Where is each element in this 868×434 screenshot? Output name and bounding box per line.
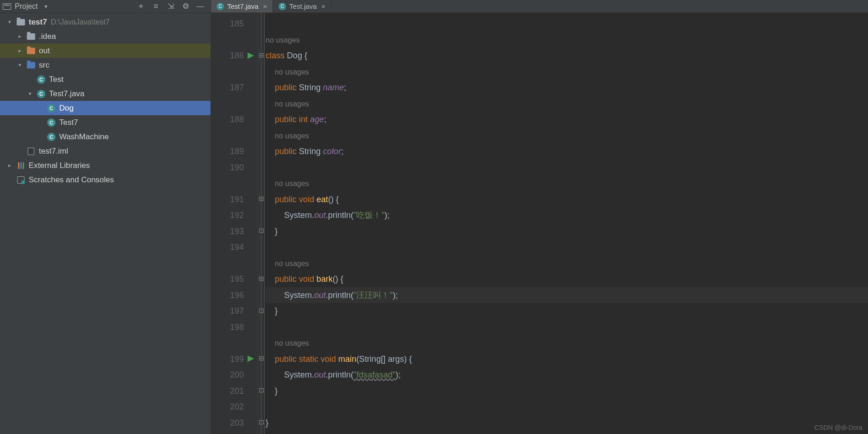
fold-icon[interactable]: ⊡ <box>259 388 264 393</box>
code-line[interactable]: no usages <box>266 128 868 144</box>
tree-arrow-icon[interactable]: ▾ <box>29 91 35 97</box>
tree-row-out[interactable]: ▸out <box>0 43 211 58</box>
fold-icon[interactable]: ⊟ <box>259 356 264 361</box>
usage-hint[interactable]: no usages <box>275 339 309 347</box>
collapse-icon[interactable]: ⇲ <box>166 1 176 12</box>
sidebar-dropdown-icon[interactable]: ▼ <box>43 4 49 9</box>
tree-path: D:\JavaJava\test7 <box>51 18 110 26</box>
code-line[interactable]: public String color; <box>266 143 868 160</box>
code-line[interactable]: } <box>266 303 868 319</box>
tree-label: .idea <box>39 32 56 41</box>
fold-icon[interactable]: ⊡ <box>259 228 264 233</box>
tree-row-external-libraries[interactable]: ▸External Libraries <box>0 158 211 173</box>
code-line[interactable] <box>266 399 868 415</box>
tree-arrow-icon[interactable]: ▾ <box>19 62 25 68</box>
tree-row-test[interactable]: CTest <box>0 72 211 87</box>
usage-hint[interactable]: no usages <box>266 36 300 44</box>
class-icon: C <box>47 118 56 127</box>
tree-label: test7 <box>29 18 47 27</box>
tree-row--idea[interactable]: ▸.idea <box>0 29 211 43</box>
run-gutter-icon[interactable]: ▶ <box>247 355 254 362</box>
tree-row-test7[interactable]: CTest7 <box>0 115 211 130</box>
hide-icon[interactable]: — <box>195 1 205 12</box>
tree-arrow-icon[interactable]: ▸ <box>8 162 15 168</box>
class-icon: C <box>47 104 56 112</box>
code-line[interactable] <box>266 16 868 32</box>
java-file-icon: C <box>279 3 286 10</box>
code-line[interactable]: public static void main(String[] args) { <box>266 351 868 367</box>
usage-hint[interactable]: no usages <box>275 68 309 76</box>
folder-icon <box>27 32 35 41</box>
code-line[interactable]: } <box>266 383 868 399</box>
file-icon <box>27 147 35 155</box>
tree-arrow-icon[interactable]: ▸ <box>19 33 25 39</box>
fold-icon[interactable]: ⊡ <box>259 420 264 425</box>
tree-label: test7.iml <box>39 147 68 156</box>
code-line[interactable]: System.out.println("汪汪叫！"); <box>266 287 868 304</box>
project-window-icon <box>3 3 11 10</box>
code-line[interactable] <box>266 319 868 335</box>
code-line[interactable]: public void bark() { <box>266 271 868 287</box>
close-icon[interactable]: × <box>263 2 267 10</box>
java-file-icon: C <box>217 3 224 10</box>
code-body[interactable]: no usagesclass Dog { no usages public St… <box>265 13 868 434</box>
code-line[interactable]: } <box>266 415 868 431</box>
code-line[interactable]: no usages <box>266 32 868 48</box>
tree-row-src[interactable]: ▾src <box>0 58 211 72</box>
code-line[interactable]: System.out.println("吃饭！"); <box>266 207 868 223</box>
scratches-icon <box>17 176 25 184</box>
fold-icon[interactable]: ⊡ <box>259 308 264 313</box>
tree-label: Scratches and Consoles <box>29 175 114 185</box>
code-line[interactable]: System.out.println("fdsafasad"); <box>266 367 868 383</box>
library-icon <box>17 161 25 170</box>
code-line[interactable]: public int age; <box>266 112 868 128</box>
usage-hint[interactable]: no usages <box>275 260 309 267</box>
tab-test7-java[interactable]: CTest7.java× <box>211 0 273 12</box>
code-line[interactable]: public String name; <box>266 80 868 96</box>
code-line[interactable] <box>266 239 868 255</box>
editor-tabs: CTest7.java×CTest.java× <box>211 0 868 13</box>
class-icon: C <box>37 90 45 98</box>
tree-row-washmachine[interactable]: CWashMachine <box>0 130 211 144</box>
code-line[interactable]: class Dog { <box>266 48 868 64</box>
tree-row-test7-iml[interactable]: test7.iml <box>0 144 211 158</box>
tree-arrow-icon[interactable]: ▸ <box>19 48 25 54</box>
code-line[interactable] <box>266 431 868 434</box>
usage-hint[interactable]: no usages <box>275 132 309 140</box>
tree-arrow-icon[interactable]: ▾ <box>8 19 15 25</box>
fold-icon[interactable]: ⊟ <box>259 52 264 57</box>
code-line[interactable] <box>266 160 868 176</box>
tree-row-test7-java[interactable]: ▾CTest7.java <box>0 87 211 101</box>
usage-hint[interactable]: no usages <box>275 100 309 108</box>
close-icon[interactable]: × <box>322 2 326 10</box>
tab-test-java[interactable]: CTest.java× <box>273 0 331 12</box>
tab-label: Test7.java <box>227 2 259 10</box>
fold-column: ⊟⊟⊡⊟⊡⊟⊡⊡ <box>258 13 265 434</box>
class-icon: C <box>47 133 56 141</box>
expand-icon[interactable]: ≡ <box>151 1 161 12</box>
fold-icon[interactable]: ⊟ <box>259 196 264 201</box>
code-line[interactable]: no usages <box>266 255 868 272</box>
code-editor[interactable]: 185186▶187188189190191192193194195196197… <box>211 13 868 434</box>
tree-row-dog[interactable]: CDog <box>0 101 211 115</box>
tree-label: WashMachine <box>59 132 109 142</box>
code-line[interactable]: public void eat() { <box>266 192 868 208</box>
code-line[interactable]: no usages <box>266 96 868 112</box>
gutter: 185186▶187188189190191192193194195196197… <box>211 13 258 434</box>
tree-row-test7[interactable]: ▾test7D:\JavaJava\test7 <box>0 15 211 29</box>
watermark: CSDN @di-Dora <box>814 424 862 431</box>
gear-icon[interactable]: ⚙ <box>180 1 191 12</box>
usage-hint[interactable]: no usages <box>275 180 309 187</box>
code-line[interactable]: no usages <box>266 335 868 351</box>
code-line[interactable]: } <box>266 223 868 240</box>
tree-row-scratches-and-consoles[interactable]: Scratches and Consoles <box>0 173 211 187</box>
tree-label: Dog <box>59 104 74 113</box>
fold-icon[interactable]: ⊟ <box>259 276 264 281</box>
locate-icon[interactable]: ⌖ <box>136 1 146 12</box>
code-line[interactable]: no usages <box>266 175 868 192</box>
sidebar-title[interactable]: Project <box>15 2 38 11</box>
sidebar-header: Project ▼ ⌖ ≡ ⇲ ⚙ — <box>0 0 211 13</box>
folder-icon <box>27 47 35 55</box>
code-line[interactable]: no usages <box>266 64 868 80</box>
run-gutter-icon[interactable]: ▶ <box>247 51 254 59</box>
